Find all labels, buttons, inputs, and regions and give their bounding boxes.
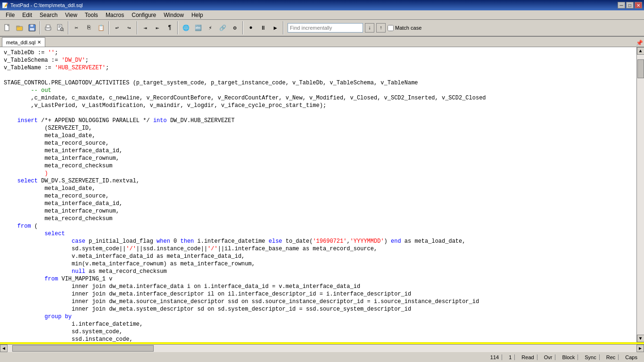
tab-pin-button[interactable]: 📌 xyxy=(636,40,643,47)
menu-item-file[interactable]: File xyxy=(2,11,18,19)
cut-button[interactable]: ✂ xyxy=(71,22,82,33)
preview-button[interactable] xyxy=(55,22,66,33)
hscroll-thumb[interactable] xyxy=(12,345,154,352)
match-case-area: Match case xyxy=(388,25,421,31)
find-area: ↓ ↑ Match case xyxy=(288,23,421,33)
minimize-button[interactable]: ─ xyxy=(618,2,625,8)
scroll-track[interactable] xyxy=(637,55,644,335)
separator6 xyxy=(242,21,243,34)
pause-button[interactable]: ⏸ xyxy=(257,22,269,33)
status-line: 114 xyxy=(487,354,502,360)
status-read: Read xyxy=(519,354,537,360)
titlebar-controls: ─ □ ✕ xyxy=(618,2,642,8)
editor[interactable]: v_TableDb := ''; v_TableSchema := 'DW_DV… xyxy=(0,47,644,342)
status-sync: Sync xyxy=(582,354,599,360)
new-button[interactable] xyxy=(2,22,13,33)
titlebar: 📝 TextPad - C:\temp\meta_ddl.sql ─ □ ✕ xyxy=(0,0,644,10)
status-col: 1 xyxy=(506,354,515,360)
menu-item-edit[interactable]: Edit xyxy=(18,11,36,19)
tools5-button[interactable]: ⚙ xyxy=(229,22,240,33)
menu-item-view[interactable]: View xyxy=(61,11,81,19)
svg-line-15 xyxy=(63,30,64,31)
status-caps: Caps xyxy=(622,354,640,360)
separator2 xyxy=(68,21,69,34)
find-down-button[interactable]: ↓ xyxy=(365,23,374,33)
status-block: Block xyxy=(559,354,578,360)
tabbar: meta_ddl.sql ✕ 📌 xyxy=(0,37,644,47)
copy-button[interactable]: ⎘ xyxy=(83,22,94,33)
tools4-button[interactable]: 🔗 xyxy=(217,22,228,33)
window-title: TextPad - C:\temp\meta_ddl.sql xyxy=(10,2,83,8)
scroll-thumb[interactable] xyxy=(637,59,644,78)
tab-close-button[interactable]: ✕ xyxy=(37,40,41,45)
menu-item-macros[interactable]: Macros xyxy=(102,11,128,19)
app-icon: 📝 xyxy=(2,2,8,8)
separator1 xyxy=(40,21,41,34)
status-rec: Rec xyxy=(603,354,619,360)
hscroll-track[interactable] xyxy=(8,345,636,352)
tools2-button[interactable]: 🔤 xyxy=(192,22,204,33)
menubar: FileEditSearchViewToolsMacrosConfigureWi… xyxy=(0,10,644,20)
svg-rect-5 xyxy=(30,25,33,27)
arrow-button[interactable]: ▶ xyxy=(270,22,281,33)
menu-item-window[interactable]: Window xyxy=(160,11,188,19)
svg-rect-9 xyxy=(46,29,50,30)
maximize-button[interactable]: □ xyxy=(626,2,634,8)
match-case-label: Match case xyxy=(395,25,421,31)
undo-button[interactable]: ↩ xyxy=(111,22,123,33)
vertical-scrollbar[interactable]: ▲ ▼ xyxy=(636,47,644,342)
print-button[interactable] xyxy=(42,22,54,33)
match-case-checkbox[interactable] xyxy=(388,25,394,31)
statusbar: 114 1 Read Ovr Block Sync Rec Caps xyxy=(0,352,644,362)
tools1-button[interactable]: 🌐 xyxy=(180,22,191,33)
menu-item-help[interactable]: Help xyxy=(188,11,207,19)
tab-label: meta_ddl.sql xyxy=(6,40,35,45)
scroll-down-button[interactable]: ▼ xyxy=(637,335,644,342)
indent-button[interactable]: ⇥ xyxy=(140,22,151,33)
scroll-right-button[interactable]: ▶ xyxy=(636,345,644,352)
run-button[interactable]: ● xyxy=(245,22,256,33)
svg-rect-11 xyxy=(58,25,61,26)
svg-rect-3 xyxy=(17,26,19,27)
horizontal-scrollbar[interactable]: ◀ ▶ xyxy=(0,344,644,352)
separator7 xyxy=(283,21,284,34)
close-button[interactable]: ✕ xyxy=(635,2,642,8)
scroll-left-button[interactable]: ◀ xyxy=(0,345,8,352)
unindent-button[interactable]: ⇤ xyxy=(152,22,163,33)
code-content[interactable]: v_TableDb := ''; v_TableSchema := 'DW_DV… xyxy=(0,47,636,342)
find-input[interactable] xyxy=(288,23,363,33)
svg-rect-8 xyxy=(46,25,50,27)
titlebar-title: 📝 TextPad - C:\temp\meta_ddl.sql xyxy=(2,2,83,8)
toolbar: ✂ ⎘ 📋 ↩ ↪ ⇥ ⇤ ¶ 🌐 🔤 ⚡ 🔗 ⚙ ● ⏸ ▶ ↓ ↑ Matc… xyxy=(0,20,644,37)
toggle-button[interactable]: ¶ xyxy=(164,22,175,33)
tools3-button[interactable]: ⚡ xyxy=(205,22,216,33)
menu-item-search[interactable]: Search xyxy=(36,11,61,19)
separator5 xyxy=(177,21,178,34)
active-tab[interactable]: meta_ddl.sql ✕ xyxy=(2,37,45,47)
svg-rect-12 xyxy=(58,26,61,27)
paste-button[interactable]: 📋 xyxy=(95,22,107,33)
find-up-button[interactable]: ↑ xyxy=(376,23,386,33)
menu-item-configure[interactable]: Configure xyxy=(128,11,160,19)
svg-rect-13 xyxy=(58,27,60,28)
separator3 xyxy=(108,21,109,34)
menu-item-tools[interactable]: Tools xyxy=(81,11,102,19)
status-ovr: Ovr xyxy=(541,354,556,360)
scroll-up-button[interactable]: ▲ xyxy=(637,47,644,55)
separator4 xyxy=(137,21,138,34)
open-button[interactable] xyxy=(14,22,25,33)
svg-rect-6 xyxy=(30,28,34,31)
redo-button[interactable]: ↪ xyxy=(124,22,135,33)
save-button[interactable] xyxy=(26,22,38,33)
editor-container: v_TableDb := ''; v_TableSchema := 'DW_DV… xyxy=(0,47,644,352)
